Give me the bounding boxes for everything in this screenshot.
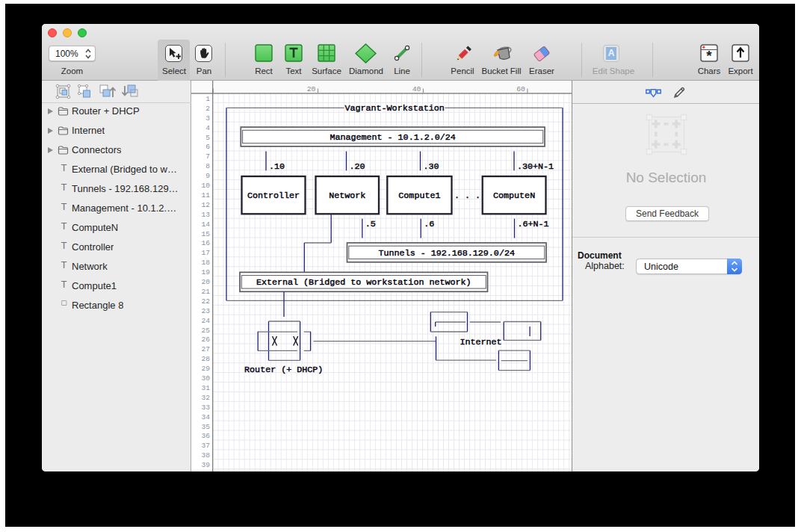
svg-text:8: 8: [205, 162, 210, 170]
svg-text:32: 32: [201, 394, 210, 402]
svg-text:38: 38: [201, 451, 210, 460]
svg-text:7: 7: [205, 152, 210, 161]
svg-text:26: 26: [201, 335, 210, 344]
svg-text:39: 39: [201, 461, 210, 469]
svg-text:20: 20: [307, 85, 316, 93]
svg-text:34: 34: [201, 413, 210, 421]
svg-text:40: 40: [412, 85, 421, 93]
svg-text:24: 24: [201, 317, 210, 325]
svg-text:60: 60: [516, 85, 525, 93]
svg-text:.5: .5: [365, 219, 376, 229]
svg-text:Compute1: Compute1: [398, 191, 440, 201]
svg-text:13: 13: [201, 211, 210, 219]
svg-text:21: 21: [201, 288, 210, 296]
svg-text:Controller: Controller: [247, 191, 300, 201]
svg-text:Router (+ DHCP): Router (+ DHCP): [244, 365, 323, 375]
svg-text:External (Bridged to workstati: External (Bridged to workstation network…: [256, 277, 471, 288]
svg-text:33: 33: [201, 403, 210, 412]
svg-text:ComputeN: ComputeN: [493, 191, 535, 201]
svg-text:36: 36: [201, 432, 210, 440]
svg-text:3: 3: [205, 114, 210, 123]
svg-text:.6+N-1: .6+N-1: [518, 219, 549, 229]
svg-text:Management - 10.1.2.0/24: Management - 10.1.2.0/24: [330, 132, 455, 143]
svg-text:31: 31: [201, 384, 210, 392]
svg-text:22: 22: [201, 297, 210, 306]
svg-text:30: 30: [201, 374, 210, 383]
svg-text:Vagrant-Workstation: Vagrant-Workstation: [345, 103, 445, 114]
svg-text:. . .: . . .: [454, 191, 480, 201]
svg-text:11: 11: [201, 191, 210, 200]
svg-text:27: 27: [201, 345, 210, 353]
svg-text:25: 25: [201, 327, 210, 335]
svg-text:10: 10: [201, 182, 210, 190]
svg-text:1: 1: [205, 95, 210, 103]
svg-text:35: 35: [201, 423, 210, 431]
svg-text:*: *: [706, 48, 712, 63]
svg-text:9: 9: [205, 172, 210, 180]
svg-text:23: 23: [201, 307, 210, 315]
svg-text:2: 2: [205, 105, 210, 113]
svg-text:.30+N-1: .30+N-1: [517, 161, 554, 172]
svg-text:29: 29: [201, 365, 210, 373]
svg-text:Internet: Internet: [460, 337, 501, 347]
svg-text:14: 14: [201, 220, 210, 229]
svg-text:Network: Network: [329, 191, 365, 201]
svg-text:5: 5: [205, 134, 210, 142]
svg-text:4: 4: [205, 124, 210, 132]
svg-text:20: 20: [201, 278, 210, 286]
svg-text:.6: .6: [424, 219, 434, 229]
svg-text:15: 15: [201, 230, 210, 238]
svg-text:Tunnels - 192.168.129.0/24: Tunnels - 192.168.129.0/24: [379, 248, 515, 259]
svg-text:.10: .10: [269, 161, 285, 172]
svg-text:28: 28: [201, 355, 210, 363]
svg-text:18: 18: [201, 259, 210, 267]
svg-text:17: 17: [201, 249, 210, 257]
svg-text:37: 37: [201, 442, 210, 450]
svg-text:.30: .30: [424, 161, 439, 172]
svg-text:12: 12: [201, 201, 210, 209]
svg-text:6: 6: [205, 143, 210, 151]
svg-text:.20: .20: [350, 161, 365, 172]
svg-text:19: 19: [201, 268, 210, 276]
svg-text:16: 16: [201, 239, 210, 247]
